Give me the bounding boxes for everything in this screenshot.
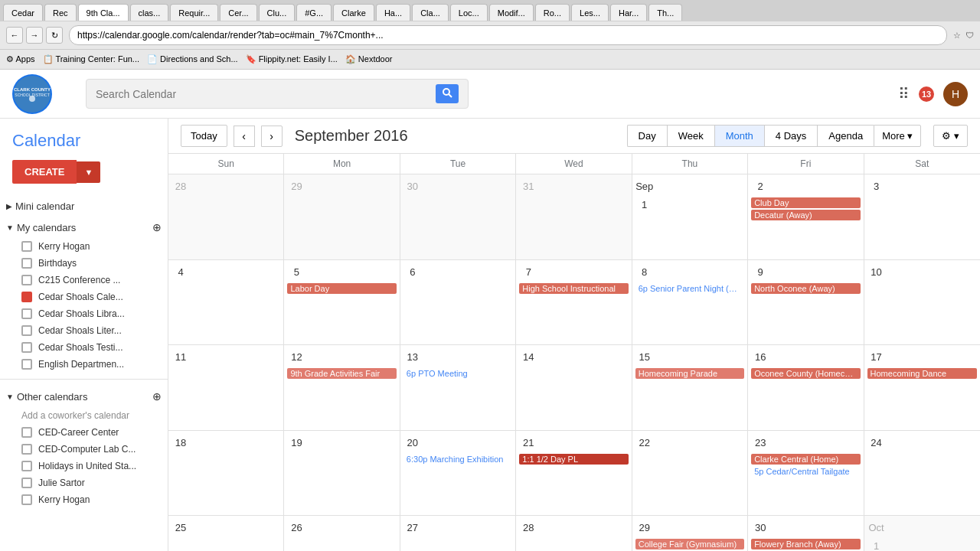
event-college-fair[interactable]: College Fair (Gymnasium) (635, 539, 744, 549)
calendar-item-holidays[interactable]: Holidays in United Sta... (0, 458, 168, 474)
event-north-oconee-away[interactable]: North Oconee (Away) (751, 283, 860, 294)
calendar-item-julie-sartor[interactable]: Julie Sartor (0, 474, 168, 491)
event-half-day-pl[interactable]: 1:1 1/2 Day PL (519, 454, 628, 465)
day-cell-sep22[interactable]: 22 (632, 431, 748, 516)
ced-computer-checkbox[interactable] (21, 444, 32, 455)
day-cell-sep20[interactable]: 20 6:30p Marching Exhibition (400, 431, 516, 516)
day-cell-sep10[interactable]: 10 (864, 260, 980, 345)
prev-month-button[interactable]: ‹ (234, 126, 255, 147)
event-homecoming-dance[interactable]: Homecoming Dance (867, 368, 977, 379)
day-cell-sep8[interactable]: 8 6p Senior Parent Night (The... (632, 260, 748, 345)
settings-button[interactable]: ⚙ ▾ (933, 125, 968, 147)
day-cell-aug29[interactable]: 29 (284, 174, 400, 259)
kerry-hogan-2-checkbox[interactable] (21, 494, 32, 505)
tab-cla2[interactable]: Cla... (412, 4, 449, 21)
calendar-item-cedar-shoals-libra[interactable]: Cedar Shoals Libra... (0, 305, 168, 322)
day-cell-sep15[interactable]: 15 Homecoming Parade (632, 345, 748, 430)
day-cell-sep3[interactable]: 3 (864, 174, 980, 259)
cedar-shoals-testi-checkbox[interactable] (21, 342, 32, 353)
tab-ro[interactable]: Ro... (535, 4, 570, 21)
day-cell-sep14[interactable]: 14 (516, 345, 632, 430)
day-cell-sep25[interactable]: 25 (168, 516, 284, 551)
kerry-hogan-checkbox[interactable] (21, 241, 32, 252)
cedar-shoals-cale-checkbox[interactable] (21, 292, 32, 302)
create-main-button[interactable]: CREATE (12, 160, 77, 184)
reload-button[interactable]: ↻ (46, 27, 63, 44)
bookmark-apps[interactable]: ⚙ Apps (6, 54, 35, 64)
day-cell-sep1[interactable]: Sep 1 (632, 174, 748, 259)
view-more-button[interactable]: More ▾ (874, 125, 921, 147)
mini-calendar-toggle[interactable]: ▶ Mini calendar (0, 196, 168, 217)
calendar-item-kerry-hogan-2[interactable]: Kerry Hogan (0, 491, 168, 508)
view-4days-button[interactable]: 4 Days (764, 125, 817, 147)
calendar-item-ced-computer[interactable]: CED-Computer Lab C... (0, 441, 168, 458)
tab-clu[interactable]: Clu... (259, 4, 296, 21)
tab-loc[interactable]: Loc... (450, 4, 488, 21)
event-club-day[interactable]: Club Day (751, 197, 860, 208)
notification-badge[interactable]: 13 (919, 86, 934, 102)
day-cell-sep12[interactable]: 12 9th Grade Activities Fair (284, 345, 400, 430)
other-calendars-add-icon[interactable]: ⊕ (152, 390, 162, 403)
create-dropdown-button[interactable]: ▼ (77, 161, 100, 183)
day-cell-sep7[interactable]: 7 High School Instructional (516, 260, 632, 345)
event-9th-grade-activities-fair[interactable]: 9th Grade Activities Fair (287, 368, 396, 379)
ced-career-checkbox[interactable] (21, 427, 32, 438)
day-cell-sep29[interactable]: 29 College Fair (Gymnasium) (632, 516, 748, 551)
add-coworker-input[interactable]: Add a coworker's calendar (0, 407, 168, 424)
my-calendars-toggle[interactable]: ▼ My calendars ⊕ (0, 217, 168, 238)
day-cell-sep28[interactable]: 28 (516, 516, 632, 551)
calendar-item-cedar-shoals-cale[interactable]: Cedar Shoals Cale... (0, 289, 168, 305)
view-month-button[interactable]: Month (714, 125, 764, 147)
tab-clas[interactable]: clas... (130, 4, 169, 21)
google-apps-icon[interactable]: ⠿ (898, 85, 910, 103)
day-cell-sep6[interactable]: 6 (400, 260, 516, 345)
calendar-item-c215[interactable]: C215 Conference ... (0, 272, 168, 289)
tab-ha[interactable]: Ha... (376, 4, 410, 21)
calendar-item-ced-career[interactable]: CED-Career Center (0, 424, 168, 441)
user-avatar[interactable]: H (943, 82, 968, 106)
day-cell-sep9[interactable]: 9 North Oconee (Away) (748, 260, 864, 345)
tab-requir[interactable]: Requir... (170, 4, 218, 21)
view-day-button[interactable]: Day (627, 125, 667, 147)
tab-th[interactable]: Th... (648, 4, 682, 21)
day-cell-sep24[interactable]: 24 (864, 431, 980, 516)
tab-cer[interactable]: Cer... (220, 4, 256, 21)
calendar-item-cedar-shoals-liter[interactable]: Cedar Shoals Liter... (0, 322, 168, 339)
star-icon[interactable]: ☆ (953, 31, 961, 41)
day-cell-sep23[interactable]: 23 Clarke Central (Home) 5p Cedar/Centra… (748, 431, 864, 516)
event-high-school-instructional[interactable]: High School Instructional (519, 283, 628, 294)
day-cell-sep4[interactable]: 4 (168, 260, 284, 345)
tab-cedar[interactable]: Cedar (3, 4, 43, 21)
tab-les[interactable]: Les... (571, 4, 609, 21)
event-decatur-away[interactable]: Decatur (Away) (751, 210, 860, 220)
tab-9th-cla[interactable]: 9th Cla... (78, 4, 129, 21)
english-dept-checkbox[interactable] (21, 359, 32, 370)
day-cell-sep30[interactable]: 30 Flowery Branch (Away) (748, 516, 864, 551)
tab-har[interactable]: Har... (610, 4, 647, 21)
event-pto-meeting[interactable]: 6p PTO Meeting (403, 368, 512, 379)
event-marching-exhibition[interactable]: 6:30p Marching Exhibition (403, 454, 512, 465)
holidays-checkbox[interactable] (21, 461, 32, 471)
bookmark-directions[interactable]: 📄 Directions and Sch... (147, 54, 238, 64)
view-week-button[interactable]: Week (667, 125, 714, 147)
bookmark-flippity[interactable]: 🔖 Flippity.net: Easily I... (246, 54, 338, 64)
today-button[interactable]: Today (181, 125, 227, 147)
day-cell-aug30[interactable]: 30 (400, 174, 516, 259)
event-homecoming-parade[interactable]: Homecoming Parade (635, 368, 744, 379)
day-cell-sep16[interactable]: 16 Oconee County (Homecon... (748, 345, 864, 430)
forward-button[interactable]: → (26, 27, 43, 44)
back-button[interactable]: ← (6, 27, 23, 44)
day-cell-sep21[interactable]: 21 1:1 1/2 Day PL (516, 431, 632, 516)
event-labor-day[interactable]: Labor Day (287, 283, 396, 294)
day-cell-sep26[interactable]: 26 (284, 516, 400, 551)
search-input[interactable] (96, 88, 430, 100)
bookmark-nextdoor[interactable]: 🏠 Nextdoor (345, 54, 393, 64)
day-cell-sep19[interactable]: 19 (284, 431, 400, 516)
next-month-button[interactable]: › (261, 126, 283, 147)
c215-checkbox[interactable] (21, 275, 32, 285)
view-agenda-button[interactable]: Agenda (817, 125, 874, 147)
event-senior-parent-night[interactable]: 6p Senior Parent Night (The... (635, 283, 744, 294)
event-flowery-branch-away[interactable]: Flowery Branch (Away) (751, 539, 860, 549)
day-cell-sep18[interactable]: 18 (168, 431, 284, 516)
julie-sartor-checkbox[interactable] (21, 478, 32, 488)
